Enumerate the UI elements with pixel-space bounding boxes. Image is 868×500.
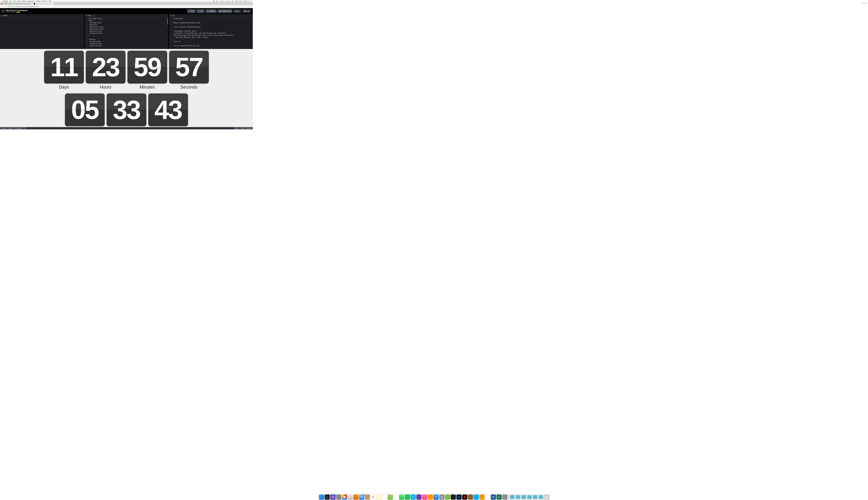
share-button[interactable]: Share xyxy=(234,127,240,129)
chevron-down-icon[interactable]: ⌄ xyxy=(82,15,83,16)
chevron-down-icon[interactable]: ⌄ xyxy=(251,15,252,16)
clock-value: 05 xyxy=(71,95,98,125)
menubar-month: May xyxy=(235,0,238,2)
chevron-down-icon[interactable]: ⌄ xyxy=(166,15,167,16)
back-button[interactable]: ← xyxy=(1,6,2,7)
countdown-label: Hours xyxy=(100,84,112,90)
js-pane-header[interactable]: ⚙ JS ⌄ xyxy=(169,14,253,17)
console-button[interactable]: Console xyxy=(0,127,7,129)
menubar-app-name[interactable]: Chrome xyxy=(3,0,8,2)
login-button[interactable]: Log In xyxy=(233,9,241,13)
tab-title: Flip Clock & Countdown xyxy=(36,3,50,5)
secure-lock-icon[interactable]: 🔒 Secure xyxy=(8,6,15,7)
run-button[interactable]: ⟳Run xyxy=(187,9,196,13)
js-editor[interactable]: 1234567891011121314 console.clear(); fun… xyxy=(169,17,253,49)
pen-subtitle: A PEN BY Shaw PRO xyxy=(5,11,27,13)
clock-value: 33 xyxy=(113,95,140,125)
countdown-value: 57 xyxy=(175,52,203,82)
change-view-button[interactable]: ▦Change View xyxy=(218,9,232,13)
codepen-logo-icon[interactable] xyxy=(2,10,4,12)
wifi-icon[interactable]: ⏚ xyxy=(219,0,220,2)
volume-icon[interactable]: 🔊 xyxy=(221,0,223,2)
bluetooth-icon[interactable]: ᚼ xyxy=(225,0,226,2)
css-editor[interactable]: 1234567891011121314 html { height: 100%;… xyxy=(84,17,168,49)
tab-title: The 5 Amazing Free Clock De xyxy=(11,3,30,5)
countdown-value: 59 xyxy=(134,52,161,82)
pen-title[interactable]: Flip Clock & Countdown xyxy=(5,10,27,11)
tab-close-icon[interactable]: × xyxy=(52,3,53,5)
html-editor[interactable]: 1 xyxy=(0,17,84,49)
menu-bookmarks[interactable]: Bookmarks xyxy=(27,0,35,2)
fork-icon: ⑂ xyxy=(198,10,199,12)
countdown-value: 11 xyxy=(50,52,77,82)
window-minimize-button[interactable] xyxy=(3,3,4,4)
gear-icon[interactable]: ⚙ xyxy=(170,15,171,16)
css-pane: ⚙ CSS (Less) ⌄ 1234567891011121314 html … xyxy=(84,14,169,49)
gear-icon: ⚙ xyxy=(207,10,208,12)
countdown-minutes: 59 Minutes xyxy=(127,51,167,90)
reload-button[interactable]: ⟳ xyxy=(6,6,7,7)
embed-button[interactable]: Embed xyxy=(246,127,253,129)
input-locale[interactable]: U.S. xyxy=(227,0,230,2)
countdown-label: Minutes xyxy=(140,84,155,90)
editor-panes: ⚙ HTML ⌄ 1 ⚙ CSS (Less) ⌄ 12345678910111… xyxy=(0,14,253,49)
menu-edit[interactable]: Edit xyxy=(13,0,16,2)
export-button[interactable]: Export xyxy=(240,127,246,129)
address-url[interactable]: https://codepen.io/shshaw/pen/vKzoLL xyxy=(16,6,39,7)
menu-history[interactable]: History xyxy=(22,0,26,2)
countdown-label: Days xyxy=(59,84,69,90)
assets-button[interactable]: Assets xyxy=(7,127,13,129)
chrome-tabstrip: The 5 Amazing Free Clock De × Flip Clock… xyxy=(0,2,253,5)
menu-file[interactable]: File xyxy=(9,0,12,2)
pen-author[interactable]: Shaw xyxy=(12,11,16,13)
pane-title: JS xyxy=(172,15,174,16)
pane-title: HTML xyxy=(3,15,8,16)
fork-button[interactable]: ⑂Fork xyxy=(196,9,205,13)
tab-close-icon[interactable]: × xyxy=(31,3,32,5)
gear-icon[interactable]: ⚙ xyxy=(85,15,87,16)
result-preview: 11 Days 23 Hours 59 Minutes 57 Seconds 0… xyxy=(0,49,253,127)
js-pane: ⚙ JS ⌄ 1234567891011121314 console.clear… xyxy=(169,14,253,49)
scrollbar[interactable] xyxy=(167,18,168,25)
codepen-footer: Console Assets Comments ✕ Share Export E… xyxy=(0,127,253,129)
settings-button[interactable]: ⚙Settings xyxy=(205,9,217,13)
gear-icon[interactable]: ⚙ xyxy=(1,15,2,16)
countdown-label: Seconds xyxy=(180,84,197,90)
menubar-date: 29 xyxy=(239,0,241,2)
browser-tab[interactable]: The 5 Amazing Free Clock De × xyxy=(8,3,32,5)
countdown-seconds: 57 Seconds xyxy=(169,51,209,90)
spotlight-icon[interactable]: 🔍 xyxy=(248,0,249,2)
clock-seconds: 43 xyxy=(148,93,188,126)
notifications-icon[interactable]: ≡ xyxy=(251,0,252,2)
html-pane-header[interactable]: ⚙ HTML ⌄ xyxy=(0,14,84,17)
flip-clock-countdown: 11 Days 23 Hours 59 Minutes 57 Seconds 0… xyxy=(44,51,209,126)
menubar-day: Tue xyxy=(231,0,234,2)
menu-view[interactable]: View xyxy=(17,0,20,2)
bookmark-star-icon[interactable]: ☆ xyxy=(248,6,249,7)
macos-menubar: Chrome File Edit View History Bookmarks … xyxy=(0,0,253,2)
chrome-menu-icon[interactable]: ⋮ xyxy=(250,6,252,7)
clock-value: 43 xyxy=(154,95,182,125)
menu-help[interactable]: Help xyxy=(48,0,51,2)
signup-button[interactable]: Sign Up xyxy=(242,9,251,13)
pane-title: CSS xyxy=(88,15,91,16)
window-zoom-button[interactable] xyxy=(5,3,7,4)
css-pane-header[interactable]: ⚙ CSS (Less) ⌄ xyxy=(84,14,168,17)
menu-people[interactable]: People xyxy=(36,0,41,2)
svg-marker-0 xyxy=(2,10,4,12)
status-icon[interactable]: ☁ xyxy=(216,0,217,2)
status-icon[interactable]: ⌘ xyxy=(213,0,214,2)
menu-window[interactable]: Window xyxy=(42,0,47,2)
window-close-button[interactable] xyxy=(1,3,2,4)
run-icon: ⟳ xyxy=(189,10,190,12)
menubar-time: 17:33 xyxy=(242,0,246,2)
codepen-header: Flip Clock & Countdown A PEN BY Shaw PRO… xyxy=(0,8,253,14)
close-console-button[interactable]: ✕ xyxy=(23,127,26,129)
clock-minutes: 33 xyxy=(106,93,146,126)
comments-button[interactable]: Comments xyxy=(14,127,23,129)
countdown-hours: 23 Hours xyxy=(86,51,126,90)
favicon-icon xyxy=(9,3,10,4)
chrome-toolbar: ← → ⟳ 🔒 Secure https://codepen.io/shshaw… xyxy=(0,5,253,8)
window-controls xyxy=(0,2,8,5)
browser-tab-active[interactable]: Flip Clock & Countdown × xyxy=(33,3,53,5)
